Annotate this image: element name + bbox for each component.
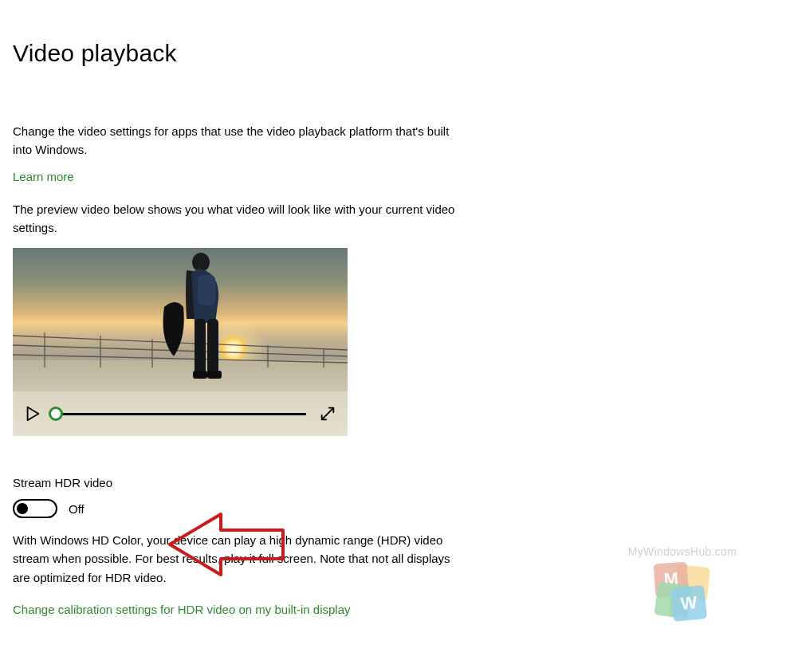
play-icon: [24, 405, 41, 422]
learn-more-link[interactable]: Learn more: [13, 170, 74, 183]
watermark-logo: M W: [654, 563, 710, 620]
watermark: MyWindowsHub.com M W: [619, 545, 746, 620]
watermark-tile-blue: W: [670, 585, 707, 622]
video-preview[interactable]: [13, 248, 348, 436]
hdr-description: With Windows HD Color, your device can p…: [13, 531, 467, 587]
calibration-link[interactable]: Change calibration settings for HDR vide…: [13, 603, 351, 616]
hdr-label: Stream HDR video: [13, 476, 483, 489]
fullscreen-icon: [319, 405, 336, 422]
svg-rect-12: [193, 371, 207, 379]
fullscreen-button[interactable]: [319, 405, 336, 422]
preview-note: The preview video below shows you what v…: [13, 201, 459, 237]
play-button[interactable]: [24, 405, 41, 422]
svg-point-9: [192, 253, 210, 272]
page-title: Video playback: [13, 40, 483, 67]
toggle-knob: [17, 503, 28, 514]
video-thumbnail-person: [163, 251, 234, 403]
hdr-toggle-row: Off: [13, 499, 483, 518]
progress-thumb[interactable]: [49, 407, 63, 421]
svg-rect-13: [207, 371, 222, 379]
watermark-text: MyWindowsHub.com: [619, 545, 746, 558]
intro-text: Change the video settings for apps that …: [13, 123, 459, 159]
hdr-toggle-state: Off: [69, 502, 85, 516]
hdr-toggle[interactable]: [13, 499, 57, 518]
video-controls: [13, 391, 348, 436]
svg-rect-10: [195, 319, 206, 375]
progress-track: [54, 413, 306, 415]
svg-rect-14: [198, 275, 215, 305]
svg-rect-11: [207, 319, 218, 375]
video-progress-slider[interactable]: [54, 406, 306, 422]
